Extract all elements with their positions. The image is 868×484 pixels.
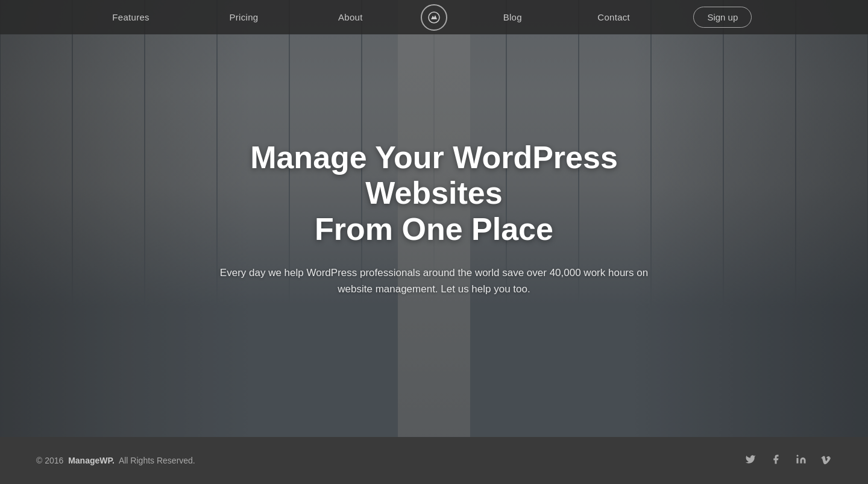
nav-inner: Features Pricing About Blog Contact Sign… xyxy=(72,4,796,31)
vimeo-icon xyxy=(821,454,832,465)
nav-link-about[interactable]: About xyxy=(326,12,375,22)
hero-title-line1: Manage Your WordPress Websites xyxy=(250,140,618,211)
nav-right-links: Blog Contact Sign up xyxy=(465,7,796,28)
footer-social-links xyxy=(745,454,832,468)
footer-copyright: © 2016 ManageWP. All Rights Reserved. xyxy=(36,456,195,465)
signup-button[interactable]: Sign up xyxy=(693,7,752,28)
nav-link-features[interactable]: Features xyxy=(100,12,162,22)
logo-button[interactable] xyxy=(421,4,447,31)
hero-section: Manage Your WordPress Websites From One … xyxy=(0,0,868,437)
nav-link-pricing[interactable]: Pricing xyxy=(217,12,270,22)
facebook-link[interactable] xyxy=(770,454,781,468)
nav-edge: Sign up xyxy=(693,7,770,28)
nav-center xyxy=(403,4,465,31)
hero-title: Manage Your WordPress Websites From One … xyxy=(205,140,663,248)
twitter-icon xyxy=(745,454,756,465)
vimeo-link[interactable] xyxy=(821,454,832,468)
linkedin-icon xyxy=(796,454,807,465)
hero-subtitle: Every day we help WordPress professional… xyxy=(205,265,663,297)
twitter-link[interactable] xyxy=(745,454,756,468)
svg-point-1 xyxy=(797,454,799,456)
hero-content: Manage Your WordPress Websites From One … xyxy=(193,140,675,298)
navbar: Features Pricing About Blog Contact Sign… xyxy=(0,0,868,34)
logo-icon xyxy=(427,10,441,25)
linkedin-link[interactable] xyxy=(796,454,807,468)
nav-left-links: Features Pricing About xyxy=(72,12,403,22)
nav-link-blog[interactable]: Blog xyxy=(491,12,534,22)
facebook-icon xyxy=(770,454,781,465)
brand-name: ManageWP. xyxy=(68,456,115,465)
rights-text: All Rights Reserved. xyxy=(119,456,195,465)
footer: © 2016 ManageWP. All Rights Reserved. xyxy=(0,437,868,484)
copyright-year: © 2016 xyxy=(36,456,63,465)
hero-title-line2: From One Place xyxy=(315,212,553,247)
nav-link-contact[interactable]: Contact xyxy=(585,12,642,22)
